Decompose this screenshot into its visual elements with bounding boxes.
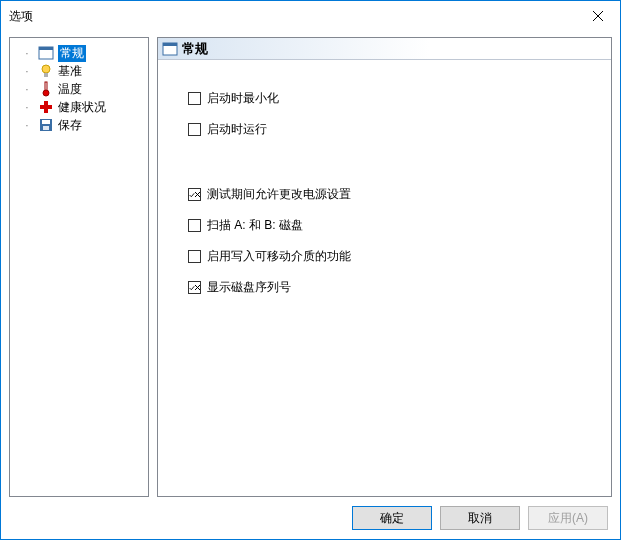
content-header: 常规 xyxy=(158,38,611,60)
tree-item-health[interactable]: ·健康状况 xyxy=(14,98,144,116)
window-title: 选项 xyxy=(9,8,33,25)
floppy-icon xyxy=(38,117,54,133)
tree-item-label: 保存 xyxy=(58,117,82,134)
checkbox-label: 测试期间允许更改电源设置 xyxy=(207,186,351,203)
content-panel: 常规 启动时最小化启动时运行测试期间允许更改电源设置扫描 A: 和 B: 磁盘启… xyxy=(157,37,612,497)
checkbox-row-removable: 启用写入可移动介质的功能 xyxy=(188,248,611,265)
svg-rect-12 xyxy=(43,126,49,130)
checkbox-label: 扫描 A: 和 B: 磁盘 xyxy=(207,217,303,234)
svg-point-7 xyxy=(43,90,49,96)
tree-item-label: 常规 xyxy=(58,45,86,62)
button-bar: 确定 取消 应用(A) xyxy=(1,497,620,539)
checkbox-row-start_run: 启动时运行 xyxy=(188,121,611,138)
tree-item-temp[interactable]: ·温度 xyxy=(14,80,144,98)
window-icon xyxy=(162,41,178,57)
svg-rect-3 xyxy=(39,47,53,50)
checkbox-removable[interactable] xyxy=(188,250,201,263)
tree-item-label: 基准 xyxy=(58,63,82,80)
checkbox-start_min[interactable] xyxy=(188,92,201,105)
checkbox-start_run[interactable] xyxy=(188,123,201,136)
tree-item-general[interactable]: ·常规 xyxy=(14,44,144,62)
checkbox-show_serial[interactable] xyxy=(188,281,201,294)
svg-rect-14 xyxy=(163,43,177,46)
window-icon xyxy=(38,45,54,61)
tree-connector: · xyxy=(20,46,34,60)
ok-button[interactable]: 确定 xyxy=(352,506,432,530)
svg-rect-5 xyxy=(44,73,48,77)
tree-item-save[interactable]: ·保存 xyxy=(14,116,144,134)
checkbox-row-scan_ab: 扫描 A: 和 B: 磁盘 xyxy=(188,217,611,234)
panel-title: 常规 xyxy=(182,40,208,58)
redcross-icon xyxy=(38,99,54,115)
tree-connector: · xyxy=(20,82,34,96)
spacer xyxy=(188,152,611,172)
close-icon xyxy=(593,11,603,21)
checkbox-row-power: 测试期间允许更改电源设置 xyxy=(188,186,611,203)
tree-connector: · xyxy=(20,118,34,132)
titlebar: 选项 xyxy=(1,1,620,31)
checkbox-row-show_serial: 显示磁盘序列号 xyxy=(188,279,611,296)
bulb-icon xyxy=(38,63,54,79)
svg-rect-11 xyxy=(42,120,50,124)
checkbox-label: 启动时运行 xyxy=(207,121,267,138)
svg-point-4 xyxy=(42,65,50,73)
apply-button[interactable]: 应用(A) xyxy=(528,506,608,530)
checkbox-label: 显示磁盘序列号 xyxy=(207,279,291,296)
thermo-icon xyxy=(38,81,54,97)
checkbox-label: 启动时最小化 xyxy=(207,90,279,107)
checkbox-row-start_min: 启动时最小化 xyxy=(188,90,611,107)
options-dialog: 选项 ·常规·基准·温度·健康状况·保存 常规 xyxy=(0,0,621,540)
category-tree: ·常规·基准·温度·健康状况·保存 xyxy=(9,37,149,497)
tree-item-label: 温度 xyxy=(58,81,82,98)
checkbox-power[interactable] xyxy=(188,188,201,201)
svg-rect-9 xyxy=(40,105,52,109)
tree-connector: · xyxy=(20,64,34,78)
tree-connector: · xyxy=(20,100,34,114)
cancel-button[interactable]: 取消 xyxy=(440,506,520,530)
close-button[interactable] xyxy=(575,1,620,31)
checkbox-label: 启用写入可移动介质的功能 xyxy=(207,248,351,265)
dialog-body: ·常规·基准·温度·健康状况·保存 常规 启动时最小化启动时运行测试期间允许更改… xyxy=(1,31,620,497)
tree-item-baseline[interactable]: ·基准 xyxy=(14,62,144,80)
checkbox-scan_ab[interactable] xyxy=(188,219,201,232)
tree-item-label: 健康状况 xyxy=(58,99,106,116)
checkbox-list: 启动时最小化启动时运行测试期间允许更改电源设置扫描 A: 和 B: 磁盘启用写入… xyxy=(158,60,611,296)
